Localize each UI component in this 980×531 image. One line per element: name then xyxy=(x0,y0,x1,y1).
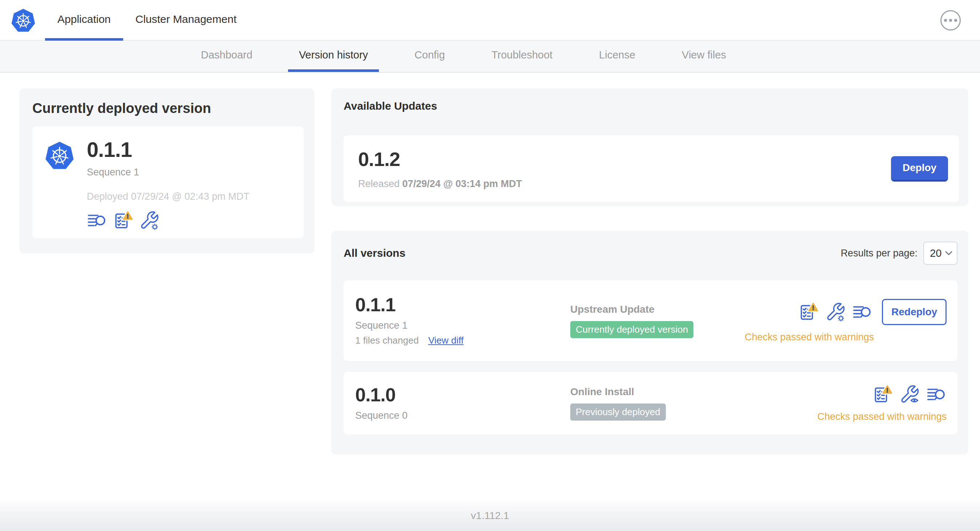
update-row: 0.1.2 Released 07/29/24 @ 03:14 pm MDT D… xyxy=(344,135,959,202)
results-per-page-value: 20 xyxy=(930,247,942,259)
console-version: v1.112.1 xyxy=(471,510,509,521)
results-per-page-select[interactable]: 20 xyxy=(923,242,958,265)
more-options-button[interactable] xyxy=(940,10,961,30)
kubernetes-app-icon xyxy=(44,139,75,172)
current-version-actions xyxy=(87,210,250,231)
chevron-down-icon xyxy=(945,251,952,255)
config-edit-icon[interactable] xyxy=(825,302,846,322)
results-per-page-label: Results per page: xyxy=(840,248,918,259)
released-timestamp: Released 07/29/24 @ 03:14 pm MDT xyxy=(358,178,522,189)
top-bar: Application Cluster Management xyxy=(0,0,980,41)
current-sequence: Sequence 1 xyxy=(87,167,250,178)
config-view-icon[interactable] xyxy=(899,384,920,405)
preflight-checks-warning-icon[interactable] xyxy=(872,384,893,405)
deploy-button[interactable]: Deploy xyxy=(891,156,948,181)
version-source-label: Online Install xyxy=(570,386,634,398)
status-badge: Currently deployed version xyxy=(570,321,694,338)
app-nav: Dashboard Version history Config Trouble… xyxy=(0,41,980,73)
ellipsis-icon xyxy=(944,19,957,22)
currently-deployed-card: Currently deployed version 0.1.1 Sequenc… xyxy=(19,88,315,253)
all-versions-title: All versions xyxy=(344,247,406,259)
tab-cluster-management[interactable]: Cluster Management xyxy=(123,0,249,41)
preflight-checks-warning-icon[interactable] xyxy=(113,210,133,231)
update-version-number: 0.1.2 xyxy=(358,148,522,170)
release-notes-icon[interactable] xyxy=(87,210,107,231)
currently-deployed-title: Currently deployed version xyxy=(32,100,304,116)
row-sequence: Sequence 0 xyxy=(355,410,570,421)
checks-status-text: Checks passed with warnings xyxy=(817,411,947,422)
config-edit-icon[interactable] xyxy=(139,210,159,231)
row-version-number: 0.1.0 xyxy=(355,385,570,404)
nav-view-files[interactable]: View files xyxy=(671,41,737,72)
available-updates-title: Available Updates xyxy=(344,100,959,112)
row-sequence: Sequence 1 xyxy=(355,320,570,331)
nav-dashboard[interactable]: Dashboard xyxy=(190,41,263,72)
nav-license[interactable]: License xyxy=(588,41,646,72)
released-prefix: Released xyxy=(358,178,399,189)
checks-status-text: Checks passed with warnings xyxy=(745,332,874,343)
nav-version-history[interactable]: Version history xyxy=(288,41,379,72)
kubernetes-logo-icon xyxy=(10,6,36,34)
tab-application[interactable]: Application xyxy=(45,0,123,41)
nav-troubleshoot[interactable]: Troubleshoot xyxy=(480,41,563,72)
release-notes-icon[interactable] xyxy=(926,384,947,405)
console-tabs: Application Cluster Management xyxy=(45,0,249,41)
nav-config[interactable]: Config xyxy=(404,41,456,72)
current-version-number: 0.1.1 xyxy=(87,139,250,161)
all-versions-card: All versions Results per page: 20 0.1.1 … xyxy=(331,231,968,455)
row-version-number: 0.1.1 xyxy=(355,295,570,314)
preflight-checks-warning-icon[interactable] xyxy=(799,302,819,322)
files-changed-label: 1 files changed xyxy=(355,335,419,346)
available-updates-card: Available Updates 0.1.2 Released 07/29/2… xyxy=(331,88,968,206)
footer: v1.112.1 xyxy=(0,500,980,531)
released-date: 07/29/24 @ 03:14 pm MDT xyxy=(402,178,522,189)
deployed-timestamp: Deployed 07/29/24 @ 02:43 pm MDT xyxy=(87,191,250,202)
current-version-box: 0.1.1 Sequence 1 Deployed 07/29/24 @ 02:… xyxy=(32,126,304,238)
view-diff-link[interactable]: View diff xyxy=(428,335,463,346)
version-row: 0.1.0 Sequence 0 Online Install Previous… xyxy=(344,372,958,434)
version-row: 0.1.1 Sequence 1 1 files changed View di… xyxy=(344,280,958,361)
version-source-label: Upstream Update xyxy=(570,304,655,315)
results-per-page: Results per page: 20 xyxy=(840,242,958,265)
release-notes-icon[interactable] xyxy=(852,302,872,322)
redeploy-button[interactable]: Redeploy xyxy=(882,299,947,325)
status-badge: Previously deployed xyxy=(570,404,666,421)
